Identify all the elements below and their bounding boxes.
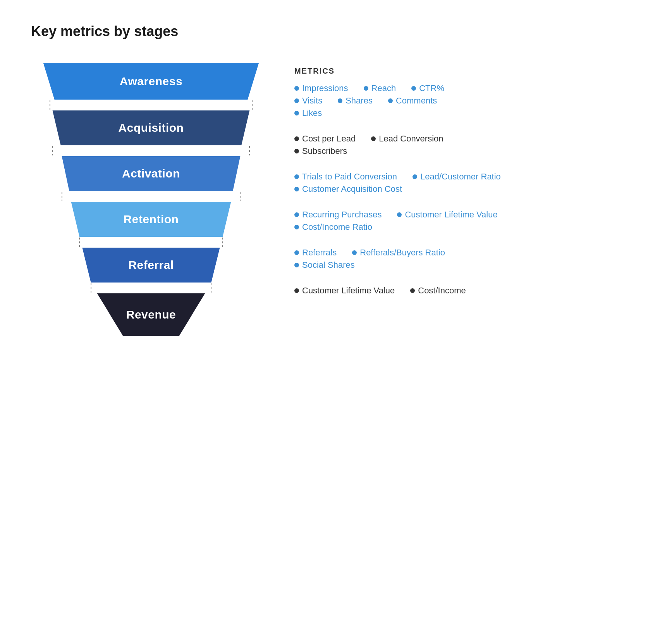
metric-row: Recurring Purchases Customer Lifetime Va…	[294, 210, 641, 220]
dashes-acquisition-activation	[48, 145, 254, 156]
bullet-icon	[294, 187, 299, 191]
stage-awareness-label: Awareness	[120, 75, 182, 88]
bullet-icon	[294, 86, 299, 91]
metrics-header: METRICS	[294, 67, 641, 76]
metric-item: Likes	[294, 108, 322, 118]
metric-item: Cost/Income	[410, 286, 466, 296]
metrics-group-activation: Trials to Paid Conversion Lead/Customer …	[294, 172, 641, 194]
stage-referral: Referral	[79, 248, 223, 283]
stage-retention: Retention	[68, 202, 234, 237]
bullet-icon	[294, 111, 299, 115]
metric-row: Impressions Reach CTR%	[294, 83, 641, 93]
metric-row: Customer Lifetime Value Cost/Income	[294, 286, 641, 296]
bullet-icon	[338, 98, 342, 103]
metric-item: Comments	[388, 96, 437, 106]
page-title: Key metrics by stages	[31, 23, 641, 40]
dashes-activation-retention	[58, 191, 244, 202]
bullet-icon	[371, 136, 376, 141]
metric-label: Customer Lifetime Value	[405, 210, 497, 220]
funnel-wrapper: Awareness Acquisition Activation	[31, 63, 271, 336]
metric-item: Reach	[364, 83, 396, 93]
metric-row: Cost/Income Ratio	[294, 222, 641, 232]
metrics-group-acquisition: Cost per Lead Lead Conversion Subscriber…	[294, 134, 641, 156]
metric-label: Visits	[302, 96, 322, 106]
bullet-icon	[294, 136, 299, 141]
bullet-icon	[294, 98, 299, 103]
main-layout: Awareness Acquisition Activation	[31, 63, 641, 336]
bullet-icon	[294, 225, 299, 229]
stage-activation: Activation	[58, 156, 244, 191]
metric-label: Lead Conversion	[379, 134, 443, 144]
stage-referral-label: Referral	[128, 258, 174, 272]
stage-retention-label: Retention	[124, 213, 179, 226]
metric-row: Cost per Lead Lead Conversion	[294, 134, 641, 144]
dashes-awareness-acquisition	[39, 100, 263, 110]
metrics-group-retention: Recurring Purchases Customer Lifetime Va…	[294, 210, 641, 232]
metric-label: Cost per Lead	[302, 134, 356, 144]
metric-label: Trials to Paid Conversion	[302, 172, 397, 182]
stage-revenue-label: Revenue	[126, 308, 176, 321]
bullet-icon	[364, 86, 368, 91]
bullet-icon	[294, 149, 299, 153]
metric-item: Shares	[338, 96, 373, 106]
metric-item: Recurring Purchases	[294, 210, 382, 220]
metric-item: Lead/Customer Ratio	[412, 172, 501, 182]
bullet-icon	[294, 212, 299, 217]
metric-row: Visits Shares Comments	[294, 96, 641, 106]
metric-row: Trials to Paid Conversion Lead/Customer …	[294, 172, 641, 182]
bullet-icon	[411, 86, 416, 91]
bullet-icon	[397, 212, 402, 217]
metric-label: Comments	[396, 96, 437, 106]
metric-label: CTR%	[419, 83, 444, 93]
metric-label: Social Shares	[302, 260, 355, 270]
stage-revenue: Revenue	[95, 293, 207, 336]
metric-item: Customer Acquisition Cost	[294, 184, 402, 194]
metric-row: Social Shares	[294, 260, 641, 270]
bullet-icon	[294, 250, 299, 255]
metric-item: Trials to Paid Conversion	[294, 172, 397, 182]
dashes-referral-revenue	[79, 283, 223, 293]
metric-item: Impressions	[294, 83, 348, 93]
bullet-icon	[294, 174, 299, 179]
metric-label: Shares	[345, 96, 373, 106]
metric-item: Lead Conversion	[371, 134, 443, 144]
metric-label: Impressions	[302, 83, 348, 93]
metric-row: Customer Acquisition Cost	[294, 184, 641, 194]
metrics-group-referral: Referrals Refferals/Buyers Ratio Social …	[294, 248, 641, 270]
metrics-panel: METRICS Impressions Reach CTR%	[294, 63, 641, 311]
metric-row: Subscribers	[294, 146, 641, 156]
metric-label: Cost/Income Ratio	[302, 222, 372, 232]
metric-row: Likes	[294, 108, 641, 118]
metric-label: Customer Acquisition Cost	[302, 184, 402, 194]
metric-label: Refferals/Buyers Ratio	[360, 248, 445, 258]
metric-item: Subscribers	[294, 146, 347, 156]
metric-label: Recurring Purchases	[302, 210, 382, 220]
metric-label: Referrals	[302, 248, 337, 258]
metric-item: Customer Lifetime Value	[294, 286, 395, 296]
metric-item: Refferals/Buyers Ratio	[352, 248, 445, 258]
stage-acquisition-label: Acquisition	[119, 121, 184, 134]
metric-item: Cost per Lead	[294, 134, 356, 144]
metric-item: Visits	[294, 96, 322, 106]
stage-awareness: Awareness	[39, 63, 263, 100]
metrics-group-revenue: Customer Lifetime Value Cost/Income	[294, 286, 641, 296]
metric-item: Customer Lifetime Value	[397, 210, 497, 220]
bullet-icon	[294, 288, 299, 293]
metric-label: Cost/Income	[418, 286, 466, 296]
metric-label: Reach	[371, 83, 396, 93]
metric-label: Lead/Customer Ratio	[420, 172, 501, 182]
bullet-icon	[352, 250, 357, 255]
funnel-stages: Awareness Acquisition Activation	[31, 63, 271, 336]
metric-row: Referrals Refferals/Buyers Ratio	[294, 248, 641, 258]
metric-item: Social Shares	[294, 260, 355, 270]
bullet-icon	[294, 263, 299, 267]
dashes-retention-referral	[68, 237, 234, 248]
bullet-icon	[410, 288, 415, 293]
metric-label: Subscribers	[302, 146, 347, 156]
metrics-group-awareness: Impressions Reach CTR% Visits	[294, 83, 641, 118]
metric-label: Customer Lifetime Value	[302, 286, 395, 296]
metric-item: Cost/Income Ratio	[294, 222, 372, 232]
metric-item: Referrals	[294, 248, 337, 258]
metric-label: Likes	[302, 108, 322, 118]
stage-activation-label: Activation	[122, 167, 180, 180]
